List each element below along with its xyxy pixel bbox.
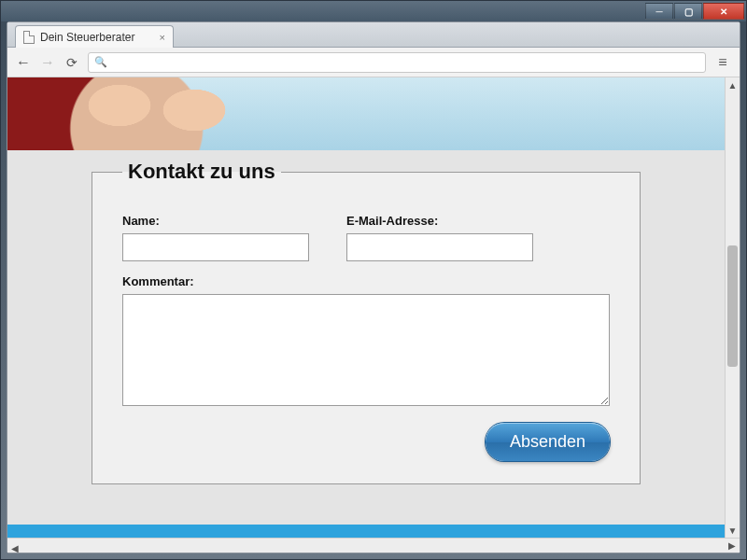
search-icon: 🔍 (94, 56, 107, 68)
contact-legend: Kontakt zu uns (122, 160, 281, 184)
forward-button[interactable]: → (39, 54, 56, 71)
scroll-up-arrow-icon[interactable]: ▲ (726, 77, 740, 92)
page-icon (23, 31, 35, 44)
comment-field[interactable] (122, 294, 610, 406)
window-titlebar (1, 1, 746, 21)
contact-fieldset: Kontakt zu uns Name: E-Mail-Adresse: (92, 160, 641, 484)
os-window: Dein Steuerberater × ← → ⟳ 🔍 ≡ Kontak (0, 0, 747, 560)
email-field[interactable] (346, 233, 533, 261)
horizontal-scrollbar[interactable]: ◀ ▶ (7, 538, 740, 553)
scroll-left-arrow-icon[interactable]: ◀ (7, 541, 22, 553)
name-label: Name: (122, 214, 309, 228)
vertical-scrollbar[interactable]: ▲ ▼ (725, 77, 740, 538)
email-label: E-Mail-Adresse: (346, 214, 533, 228)
footer-bar (7, 525, 725, 538)
back-button[interactable]: ← (15, 54, 32, 71)
address-input[interactable] (113, 56, 699, 69)
comment-label: Kommentar: (122, 274, 610, 288)
window-minimize-button[interactable] (645, 3, 673, 20)
page-content: Kontakt zu uns Name: E-Mail-Adresse: (7, 77, 725, 538)
hero-image-hand (63, 77, 269, 152)
menu-button[interactable]: ≡ (713, 54, 732, 71)
tab-title: Dein Steuerberater (40, 31, 134, 44)
address-bar[interactable]: 🔍 (88, 52, 706, 73)
submit-button[interactable]: Absenden (486, 423, 610, 461)
scroll-down-arrow-icon[interactable]: ▼ (726, 523, 740, 538)
scroll-right-arrow-icon[interactable]: ▶ (725, 539, 740, 553)
browser-toolbar: ← → ⟳ 🔍 ≡ (7, 48, 740, 77)
browser-tab[interactable]: Dein Steuerberater × (15, 25, 174, 48)
hero-image (7, 77, 725, 150)
tab-close-button[interactable]: × (160, 32, 165, 43)
name-field[interactable] (122, 233, 309, 261)
viewport: Kontakt zu uns Name: E-Mail-Adresse: (7, 77, 740, 553)
window-maximize-button[interactable] (674, 3, 702, 20)
reload-button[interactable]: ⟳ (63, 55, 80, 70)
tabstrip: Dein Steuerberater × (7, 22, 740, 48)
window-close-button[interactable] (703, 3, 744, 20)
vertical-scroll-thumb[interactable] (727, 245, 738, 367)
browser-window: Dein Steuerberater × ← → ⟳ 🔍 ≡ Kontak (7, 21, 740, 553)
